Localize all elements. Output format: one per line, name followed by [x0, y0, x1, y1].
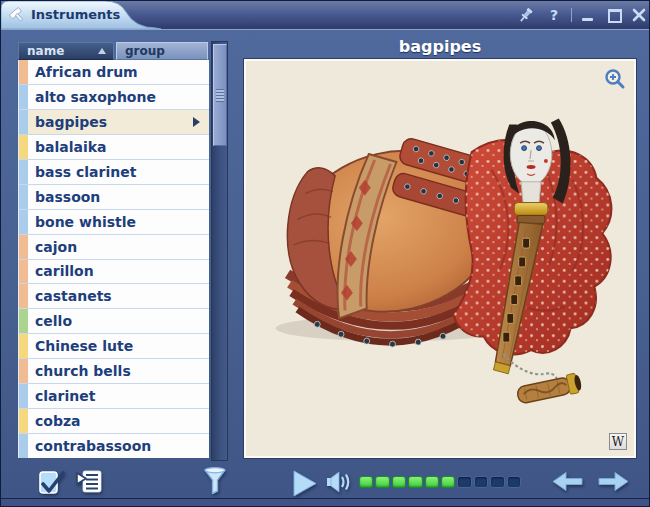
- instrument-row[interactable]: carillon: [19, 260, 209, 285]
- instrument-label: cobza: [35, 413, 81, 429]
- next-arrow-icon: [598, 471, 629, 492]
- volume-segment[interactable]: [474, 476, 488, 488]
- group-color-chip: [19, 60, 28, 84]
- detail-title: bagpipes: [244, 37, 636, 56]
- group-color-chip: [19, 284, 28, 308]
- window-bottom-edge: [1, 498, 649, 507]
- group-color-chip: [19, 434, 28, 458]
- instruments-window: Instruments ? name group: [0, 0, 650, 507]
- filter-icon: [203, 467, 227, 495]
- instrument-row[interactable]: bassoon: [19, 185, 209, 210]
- scrollbar-grip-icon: [216, 89, 224, 102]
- instrument-row[interactable]: contrabassoon: [19, 434, 209, 458]
- volume-segment[interactable]: [457, 476, 471, 488]
- image-panel: W: [244, 59, 636, 458]
- volume-segment[interactable]: [425, 476, 439, 488]
- volume-segment[interactable]: [359, 476, 373, 488]
- zoom-in-icon[interactable]: [604, 68, 626, 90]
- go-to-list-icon: [76, 469, 103, 494]
- group-color-chip: [19, 235, 28, 259]
- instrument-row[interactable]: cajon: [19, 235, 209, 260]
- go-to-list-button[interactable]: [76, 469, 103, 498]
- maximize-icon: [608, 9, 622, 23]
- tuning-fork-icon: [8, 6, 26, 24]
- group-color-chip: [19, 359, 28, 383]
- instrument-label: bass clarinet: [35, 164, 136, 180]
- checklist-button[interactable]: [37, 468, 65, 501]
- play-button[interactable]: [293, 470, 317, 501]
- checklist-icon: [37, 468, 65, 497]
- close-icon: [632, 8, 646, 22]
- sort-ascending-icon: [98, 48, 106, 54]
- instrument-row[interactable]: alto saxophone: [19, 85, 209, 110]
- group-color-chip: [19, 384, 28, 408]
- instrument-row[interactable]: balalaika: [19, 135, 209, 160]
- column-header-name-label: name: [27, 44, 64, 58]
- pin-button[interactable]: [517, 6, 535, 24]
- column-header-group[interactable]: group: [116, 42, 208, 60]
- titlebar: Instruments ?: [1, 1, 649, 30]
- group-color-chip: [19, 85, 28, 109]
- volume-meter[interactable]: [359, 476, 521, 488]
- speaker-icon: [326, 470, 352, 494]
- previous-button[interactable]: [552, 471, 583, 496]
- previous-arrow-icon: [552, 471, 583, 492]
- group-color-chip: [19, 309, 28, 333]
- column-header-name[interactable]: name: [18, 42, 114, 60]
- instrument-row[interactable]: castanets: [19, 284, 209, 309]
- volume-segment[interactable]: [441, 476, 455, 488]
- volume-icon[interactable]: [326, 470, 352, 498]
- group-color-chip: [19, 185, 28, 209]
- instrument-row[interactable]: bagpipes: [19, 110, 209, 135]
- group-color-chip: [19, 334, 28, 358]
- instrument-label: clarinet: [35, 388, 95, 404]
- instrument-label: Chinese lute: [35, 338, 133, 354]
- volume-segment[interactable]: [408, 476, 422, 488]
- bagpipes-illustration: [246, 61, 634, 456]
- close-button[interactable]: [630, 6, 648, 24]
- volume-segment[interactable]: [392, 476, 406, 488]
- group-color-chip: [19, 110, 28, 134]
- instrument-label: cello: [35, 313, 72, 329]
- instrument-label: carillon: [35, 263, 94, 279]
- instrument-label: church bells: [35, 363, 131, 379]
- help-button[interactable]: ?: [545, 6, 563, 24]
- instrument-row[interactable]: church bells: [19, 359, 209, 384]
- instrument-row[interactable]: bone whistle: [19, 210, 209, 235]
- instrument-label: cajon: [35, 239, 77, 255]
- selected-row-arrow-icon: [193, 117, 200, 127]
- list-scrollbar[interactable]: [211, 41, 228, 461]
- instrument-row[interactable]: bass clarinet: [19, 160, 209, 185]
- volume-segment[interactable]: [375, 476, 389, 488]
- pushpin-icon: [517, 6, 535, 24]
- maximize-button[interactable]: [605, 6, 623, 24]
- instrument-label: balalaika: [35, 139, 107, 155]
- instrument-label: bagpipes: [35, 114, 107, 130]
- group-color-chip: [19, 210, 28, 234]
- filter-button[interactable]: [203, 467, 227, 499]
- minimize-icon: [582, 18, 593, 21]
- play-icon: [293, 470, 317, 497]
- instrument-label: bone whistle: [35, 214, 136, 230]
- instrument-row[interactable]: Chinese lute: [19, 334, 209, 359]
- instrument-row[interactable]: cello: [19, 309, 209, 334]
- wikipedia-button[interactable]: W: [609, 433, 627, 450]
- instrument-label: contrabassoon: [35, 438, 151, 454]
- instrument-row[interactable]: cobza: [19, 409, 209, 434]
- instrument-row[interactable]: African drum: [19, 60, 209, 85]
- group-color-chip: [19, 135, 28, 159]
- instrument-label: bassoon: [35, 189, 100, 205]
- volume-segment[interactable]: [490, 476, 504, 488]
- instrument-label: alto saxophone: [35, 89, 156, 105]
- group-color-chip: [19, 260, 28, 284]
- minimize-button[interactable]: [579, 6, 597, 24]
- instrument-list: African drum alto saxophone bagpipes bal…: [18, 60, 209, 458]
- instrument-label: African drum: [35, 64, 138, 80]
- window-title: Instruments: [31, 7, 120, 22]
- group-color-chip: [19, 409, 28, 433]
- volume-segment[interactable]: [507, 476, 521, 488]
- next-button[interactable]: [598, 471, 629, 496]
- scrollbar-thumb[interactable]: [213, 44, 227, 146]
- instrument-row[interactable]: clarinet: [19, 384, 209, 409]
- group-color-chip: [19, 160, 28, 184]
